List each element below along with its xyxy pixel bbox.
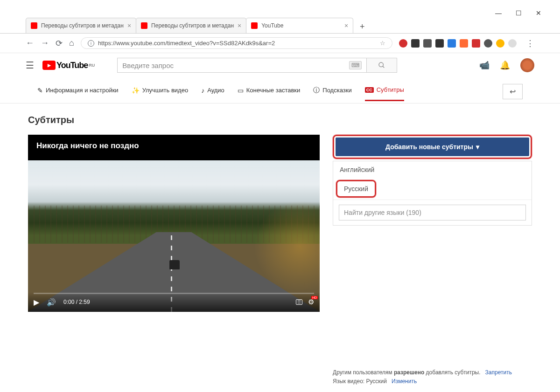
- cc-icon: CC: [365, 87, 374, 93]
- youtube-region: RU: [89, 63, 95, 68]
- youtube-header: ☰ ▶ YouTube RU Введите запрос ⌨ 📹 🔔: [0, 53, 560, 77]
- tab-title: YouTube: [261, 22, 341, 29]
- new-tab-button[interactable]: +: [356, 20, 369, 33]
- page-title: Субтитры: [28, 115, 532, 125]
- youtube-logo[interactable]: ▶ YouTube RU: [42, 61, 95, 70]
- button-label: Добавить новые субтитры: [385, 143, 473, 151]
- search-button[interactable]: [367, 58, 397, 73]
- youtube-favicon: [141, 22, 147, 29]
- captions-button[interactable]: ☰: [296, 299, 302, 305]
- tab-audio[interactable]: ♪ Аудио: [201, 87, 224, 101]
- forward-button[interactable]: →: [41, 38, 49, 48]
- tab-close-icon[interactable]: ×: [127, 22, 131, 29]
- minimize-button[interactable]: —: [495, 9, 502, 17]
- time-display: 0:00 / 2:59: [63, 299, 90, 305]
- music-note-icon: ♪: [201, 87, 204, 94]
- permission-status: разрешено: [394, 369, 424, 376]
- url-bar: ← → ⟳ ⌂ i https://www.youtube.com/timedt…: [0, 34, 560, 53]
- home-button[interactable]: ⌂: [69, 38, 74, 48]
- extension-icon[interactable]: [423, 39, 432, 48]
- browser-tab-strip: Переводы субтитров и метадан × Переводы …: [0, 0, 560, 34]
- video-frame: [28, 135, 320, 312]
- video-language-label: Язык видео:: [333, 378, 366, 385]
- keyboard-icon[interactable]: ⌨: [349, 61, 362, 69]
- subtitles-permissions: Другим пользователям разрешено добавлять…: [333, 368, 532, 386]
- reload-button[interactable]: ⟳: [56, 38, 63, 48]
- maximize-button[interactable]: ☐: [516, 9, 522, 17]
- svg-point-0: [379, 62, 383, 67]
- extension-icon[interactable]: [496, 39, 504, 48]
- language-option-russian[interactable]: Русский: [336, 180, 376, 198]
- extension-icon[interactable]: [399, 39, 407, 48]
- url-input[interactable]: i https://www.youtube.com/timedtext_vide…: [81, 37, 392, 49]
- volume-button[interactable]: 🔊: [47, 298, 56, 307]
- profile-icon[interactable]: [508, 39, 517, 48]
- hd-badge: HD: [311, 296, 318, 299]
- search-form: Введите запрос ⌨: [117, 58, 397, 73]
- tab-title: Переводы субтитров и метадан: [41, 22, 124, 29]
- search-input[interactable]: Введите запрос ⌨: [117, 58, 367, 73]
- play-button[interactable]: ▶: [34, 298, 39, 307]
- browser-tab[interactable]: Переводы субтитров и метадан ×: [136, 18, 246, 33]
- tab-subtitles[interactable]: CC Субтитры: [365, 86, 404, 101]
- site-info-icon[interactable]: i: [88, 40, 94, 47]
- add-subtitles-highlight: Добавить новые субтитры ▾: [333, 135, 532, 159]
- video-language-value: Русский: [366, 378, 387, 385]
- extension-icon[interactable]: [435, 39, 444, 48]
- settings-button[interactable]: ⚙HD: [308, 298, 314, 306]
- video-title: Никогда ничего не поздно: [28, 135, 320, 157]
- undo-button[interactable]: ↩: [503, 84, 523, 99]
- tab-close-icon[interactable]: ×: [238, 22, 241, 29]
- permission-text: добавлять субтитры.: [424, 369, 480, 376]
- search-placeholder: Введите запрос: [122, 62, 174, 69]
- pencil-icon: ✎: [37, 87, 43, 94]
- back-button[interactable]: ←: [26, 38, 34, 48]
- tab-label: Информация и настройки: [46, 87, 119, 94]
- language-dropdown: Английский Русский Найти другие языки (1…: [333, 161, 532, 226]
- add-subtitles-button[interactable]: Добавить новые субтитры ▾: [336, 138, 529, 156]
- extension-icon[interactable]: [448, 39, 456, 48]
- browser-tab[interactable]: Переводы субтитров и метадан ×: [26, 18, 136, 33]
- tab-label: Улучшить видео: [142, 87, 189, 94]
- tab-label: Конечные заставки: [246, 87, 301, 94]
- extension-icon[interactable]: [484, 39, 492, 48]
- tab-enhance[interactable]: ✨ Улучшить видео: [132, 87, 189, 101]
- browser-tab-active[interactable]: YouTube ×: [246, 18, 353, 33]
- info-icon: ⓘ: [313, 86, 320, 95]
- youtube-play-icon: ▶: [42, 61, 56, 70]
- language-option-english[interactable]: Английский: [333, 161, 532, 178]
- menu-icon[interactable]: ☰: [26, 60, 34, 71]
- extension-icon[interactable]: [460, 39, 468, 48]
- tab-label: Субтитры: [377, 86, 404, 93]
- tab-label: Аудио: [207, 87, 224, 94]
- extension-icon[interactable]: [472, 39, 480, 48]
- chevron-down-icon: ▾: [476, 143, 479, 151]
- forbid-link[interactable]: Запретить: [485, 369, 512, 376]
- tab-endscreens[interactable]: ▭ Конечные заставки: [238, 87, 301, 101]
- browser-menu-icon[interactable]: ⋮: [526, 38, 534, 48]
- avatar[interactable]: [520, 58, 534, 72]
- extension-icon[interactable]: [411, 39, 420, 48]
- tab-close-icon[interactable]: ×: [344, 22, 348, 29]
- video-player[interactable]: Никогда ничего не поздно ▶ 🔊 0:00 / 2:59…: [28, 135, 320, 312]
- tab-title: Переводы субтитров и метадан: [151, 22, 234, 29]
- notifications-icon[interactable]: 🔔: [500, 60, 510, 70]
- youtube-favicon: [31, 22, 37, 29]
- window-controls: — ☐ ✕: [495, 9, 541, 17]
- endscreen-icon: ▭: [238, 87, 244, 94]
- permission-text: Другим пользователям: [333, 369, 394, 376]
- language-search-input[interactable]: Найти другие языки (190): [339, 205, 526, 220]
- language-search-wrap: Найти другие языки (190): [333, 199, 532, 225]
- tab-label: Подсказки: [322, 87, 351, 94]
- tab-info[interactable]: ✎ Информация и настройки: [37, 87, 119, 101]
- header-actions: 📹 🔔: [479, 58, 534, 72]
- subtitles-panel: Добавить новые субтитры ▾ Английский Рус…: [333, 135, 532, 386]
- wand-icon: ✨: [132, 87, 140, 94]
- extension-icons: [399, 39, 517, 48]
- change-language-link[interactable]: Изменить: [392, 378, 417, 385]
- bookmark-star-icon[interactable]: ☆: [380, 40, 385, 47]
- upload-icon[interactable]: 📹: [479, 60, 490, 70]
- close-button[interactable]: ✕: [536, 9, 541, 17]
- tab-cards[interactable]: ⓘ Подсказки: [313, 86, 351, 101]
- youtube-logo-text: YouTube: [56, 61, 88, 70]
